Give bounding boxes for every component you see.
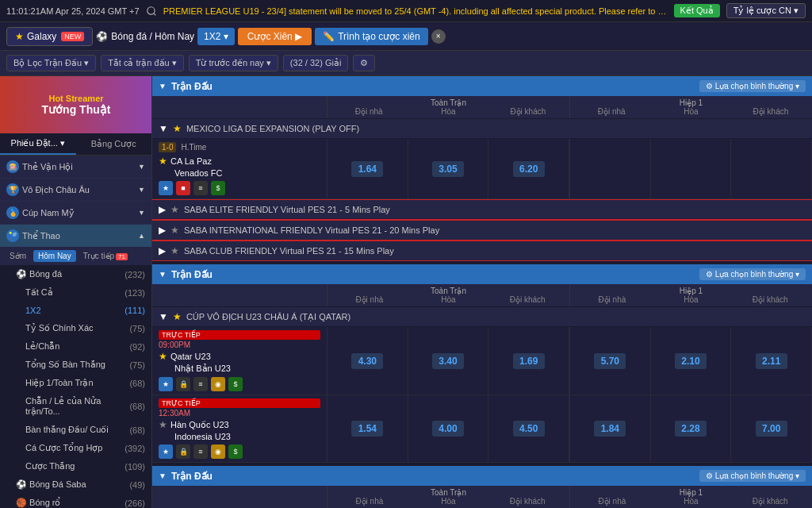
han-quoc-hiep1-odds: 1.84 2.28 7.00: [569, 395, 812, 462]
content-area: ▼ Trận Đấu ⚙ Lựa chọn bình thường ▾ Toàn…: [152, 76, 812, 508]
qatar-live-badge: TRỰC TIẾP: [159, 330, 320, 340]
marquee-text: PREMIER LEAGUE U19 - 23/4] statement wil…: [163, 6, 668, 16]
hom-nay-tab[interactable]: Hôm Nay: [33, 250, 76, 262]
1x2-item[interactable]: 1X2 (111): [0, 302, 151, 319]
saba-club-name: SABA CLUB FRIENDLY Virtual PES 21 - 15 M…: [184, 246, 806, 256]
section2-btn[interactable]: ⚙ Lựa chọn bình thường ▾: [699, 268, 806, 280]
tat-ca-item[interactable]: Tất Cả (123): [0, 283, 151, 302]
odds-6-20[interactable]: 6.20: [488, 139, 569, 198]
chan-le-item[interactable]: Chẵn / Lẻ của Nửa trận/To... (68): [0, 392, 151, 421]
saba-elite-star[interactable]: ★: [170, 204, 179, 215]
filter-match-button[interactable]: Bộ Lọc Trận Đấu ▾: [6, 55, 96, 71]
odds-3-05[interactable]: 3.05: [408, 139, 489, 198]
qatar-h1-5-70[interactable]: 5.70: [570, 327, 651, 394]
hiep1-item[interactable]: Hiệp 1/Toàn Trận (68): [0, 374, 151, 392]
s3-col1: Đội nhà: [330, 497, 409, 506]
saba-intl-star[interactable]: ★: [170, 225, 179, 236]
som-tab[interactable]: Sớm: [5, 250, 31, 262]
close-tab-button[interactable]: ×: [431, 29, 446, 44]
filter-all-button[interactable]: Tắt cả trận đấu ▾: [101, 55, 184, 71]
filter-league-button[interactable]: (32 / 32) Giải: [283, 55, 348, 71]
brand-button[interactable]: ★ Galaxy NEW: [6, 27, 93, 46]
s2-col5: Hòa: [652, 295, 731, 304]
cuoc-thang-item[interactable]: Cược Thắng (109): [0, 457, 151, 475]
col2-label: Hòa: [409, 107, 487, 116]
bong-da-item[interactable]: ⚽ Bóng đá (232): [0, 265, 151, 283]
main-layout: Hot Streamer Tướng Thuật Phiếu Đặt... ▾ …: [0, 76, 812, 508]
phieu-dat-tab[interactable]: Phiếu Đặt... ▾: [0, 133, 76, 155]
qatar-icon5[interactable]: $: [228, 377, 243, 391]
saba-club-row[interactable]: ▶ ★ SABA CLUB FRIENDLY Virtual PES 21 - …: [152, 241, 812, 261]
han-quoc-h1-2-28[interactable]: 2.28: [651, 395, 732, 462]
filter-time-button[interactable]: Từ trước đến nay ▾: [189, 55, 278, 71]
qatar-odds-3-40[interactable]: 3.40: [408, 327, 489, 394]
filter-settings-button[interactable]: ⚙: [353, 55, 375, 71]
col6-label: Đội khách: [732, 107, 810, 116]
trinh-tab[interactable]: ✏️ Trình tạo cược xiên: [315, 28, 428, 45]
cup-arrow: ▼: [138, 209, 145, 217]
han-quoc-icon5[interactable]: $: [228, 444, 243, 459]
han-quoc-icon4[interactable]: ◉: [211, 444, 225, 459]
odds-button[interactable]: Tỷ lệ cược CN ▾: [726, 3, 806, 18]
han-quoc-h1-1-84[interactable]: 1.84: [570, 395, 651, 462]
section1-header[interactable]: ▼ Trận Đấu ⚙ Lựa chọn bình thường ▾: [152, 76, 812, 96]
section3-header[interactable]: ▼ Trận Đấu ⚙ Lựa chọn bình thường ▾: [152, 466, 812, 486]
han-quoc-odds: 1.54 4.00 4.50 1.84 2.28 7.00: [327, 395, 812, 462]
qatar-star[interactable]: ★: [159, 351, 167, 362]
the-van-hoi-header[interactable]: 🎰 Thẻ Vận Hội ▼: [0, 156, 151, 178]
qatar-icon3[interactable]: ≡: [193, 377, 208, 391]
odds-1-64[interactable]: 1.64: [327, 139, 408, 198]
qatar-icon2[interactable]: 🔒: [176, 377, 190, 391]
qatar-icon1[interactable]: ★: [159, 377, 173, 391]
mexico-league-row[interactable]: ▼ ★ MEXICO LIGA DE EXPANSION (PLAY OFF): [152, 119, 812, 139]
mexico-star[interactable]: ★: [173, 123, 182, 134]
result-button[interactable]: Kết Quả: [674, 4, 720, 17]
section1-btn[interactable]: ⚙ Lựa chọn bình thường ▾: [699, 80, 806, 92]
bang-cuoc-tab[interactable]: Bảng Cược: [76, 133, 152, 155]
bet-type-dropdown[interactable]: 1X2 ▾: [197, 28, 235, 45]
truc-tiep-tab[interactable]: Trực tiếp71: [79, 250, 132, 262]
han-quoc-odds-4-00[interactable]: 4.00: [408, 395, 489, 462]
qatar-h1-2-10[interactable]: 2.10: [651, 327, 732, 394]
svg-line-1: [153, 13, 155, 15]
icon-doc-btn[interactable]: ≡: [193, 181, 208, 195]
saba-intl-row[interactable]: ▶ ★ SABA INTERNATIONAL FRIENDLY Virtual …: [152, 220, 812, 241]
han-quoc-odds-1-54[interactable]: 1.54: [327, 395, 408, 462]
new-badge: NEW: [61, 32, 84, 41]
qatar-odds-4-30[interactable]: 4.30: [327, 327, 408, 394]
han-quoc-icon3[interactable]: ≡: [193, 444, 208, 459]
ca-la-paz-star[interactable]: ★: [159, 156, 167, 167]
icon-red-btn[interactable]: ■: [176, 181, 190, 195]
cup-nam-my-header[interactable]: 🏅 Cúp Nam Mỹ ▼: [0, 202, 151, 224]
section3-btn[interactable]: ⚙ Lựa chọn bình thường ▾: [699, 470, 806, 482]
vo-dich-chau-au-header[interactable]: 🏆 Vô Địch Châu Âu ▼: [0, 179, 151, 201]
han-quoc-icon1[interactable]: ★: [159, 444, 173, 459]
ban-thang-item[interactable]: Bàn thắng Đầu/ Cuối (68): [0, 421, 151, 439]
han-quoc-odds-4-50[interactable]: 4.50: [488, 395, 569, 462]
time-display: 11:01:21AM Apr 25, 2024 GMT +7: [6, 6, 140, 16]
tong-so-item[interactable]: Tổng Số Bàn Thắng (75): [0, 356, 151, 374]
le-chan-item[interactable]: Lẻ/Chẵn (92): [0, 337, 151, 356]
han-quoc-h1-7-00[interactable]: 7.00: [731, 395, 812, 462]
bong-da-saba-item[interactable]: ⚽ Bóng Đá Saba (49): [0, 475, 151, 494]
saba-club-star[interactable]: ★: [170, 245, 179, 256]
icon-dollar-btn[interactable]: $: [211, 181, 225, 195]
svg-point-0: [147, 6, 154, 13]
section2-header[interactable]: ▼ Trận Đấu ⚙ Lựa chọn bình thường ▾: [152, 264, 812, 284]
icon-star-btn[interactable]: ★: [159, 181, 173, 195]
han-quoc-star[interactable]: ★: [159, 419, 167, 430]
streamer-title: Tướng Thuật: [42, 103, 111, 116]
qatar-icon4[interactable]: ◉: [211, 377, 225, 391]
u23-star[interactable]: ★: [173, 311, 182, 322]
ca-cuoc-item[interactable]: Cá Cược Tổng Hợp (392): [0, 439, 151, 457]
u23-league-row[interactable]: ▼ ★ CÚP VÔ ĐỊCH U23 CHÂU Á (TẠI QATAR): [152, 307, 812, 327]
qatar-h1-2-11[interactable]: 2.11: [731, 327, 812, 394]
bong-ro-item[interactable]: 🏀 Bóng rổ (266): [0, 494, 151, 508]
saba-elite-row[interactable]: ▶ ★ SABA ELITE FRIENDLY Virtual PES 21 -…: [152, 199, 812, 220]
cuoc-xien-button[interactable]: Cược Xiên ▶: [238, 28, 312, 45]
ty-so-item[interactable]: Tỷ Số Chính Xác (75): [0, 319, 151, 337]
han-quoc-icon2[interactable]: 🔒: [176, 444, 190, 459]
the-thao-header[interactable]: 🎾 Thể Thao ▲: [0, 225, 151, 247]
qatar-odds-1-69[interactable]: 1.69: [488, 327, 569, 394]
the-thao-icon: 🎾: [6, 229, 19, 242]
